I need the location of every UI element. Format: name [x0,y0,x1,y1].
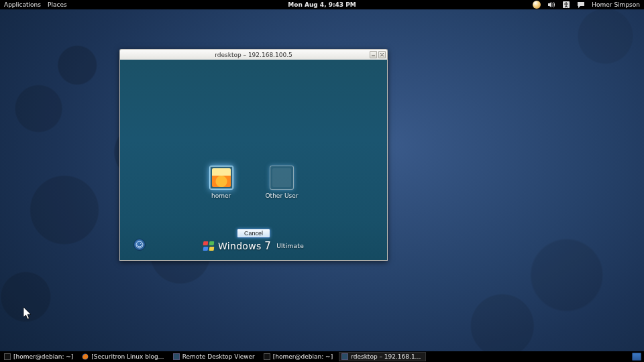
task-remote-viewer[interactable]: Remote Desktop Viewer [170,352,260,361]
user-tile-homer[interactable]: homer [209,166,233,199]
rdesktop-window: rdesktop – 192.168.100.5 homer Other Use… [119,49,388,261]
clock[interactable]: Mon Aug 4, 9:43 PM [288,1,356,8]
window-minimize-button[interactable] [370,51,377,58]
cancel-button[interactable]: Cancel [237,229,270,238]
rdesktop-icon [341,353,348,360]
task-terminal-2[interactable]: [homer@debian: ~] [261,352,337,361]
user-label: homer [211,192,231,199]
ease-of-access-button[interactable] [133,239,146,251]
task-label: Remote Desktop Viewer [182,353,255,360]
terminal-icon [264,353,270,360]
task-rdesktop[interactable]: rdesktop – 192.168.1… [339,352,425,361]
gnome-bottom-panel: [homer@debian: ~] [Securitron Linux blog… [0,351,644,362]
system-tray [632,353,644,361]
chat-status-icon[interactable] [577,1,585,9]
window-close-button[interactable] [378,51,386,58]
gnome-top-bar: Applications Places Mon Aug 4, 9:43 PM H… [0,0,644,9]
window-titlebar[interactable]: rdesktop – 192.168.100.5 [119,49,388,60]
task-browser[interactable]: [Securitron Linux blog… [79,352,168,361]
user-label: Other User [266,192,299,199]
windows-logo-icon [203,241,214,251]
volume-icon[interactable] [547,1,555,9]
menu-places[interactable]: Places [48,1,67,8]
remote-login-screen: homer Other User Cancel Windows 7 Ultima… [119,60,388,261]
avatar-placeholder-icon [272,168,291,187]
terminal-icon [4,353,11,360]
firefox-icon [82,353,89,360]
avatar-icon [212,168,231,187]
menu-applications[interactable]: Applications [4,1,41,8]
mouse-cursor-icon [23,307,33,323]
remote-viewer-icon [173,353,180,360]
task-terminal-1[interactable]: [homer@debian: ~] [1,352,78,361]
accessibility-icon[interactable] [562,1,570,9]
svg-point-1 [566,2,567,3]
task-label: rdesktop – 192.168.1… [351,353,421,360]
svg-line-4 [140,243,142,244]
windows-brand: Windows 7 Ultimate [203,240,304,252]
task-label: [Securitron Linux blog… [91,353,164,360]
user-tile-other[interactable]: Other User [266,166,299,199]
window-title: rdesktop – 192.168.100.5 [215,52,292,58]
weather-icon[interactable] [533,1,541,9]
task-label: [homer@debian: ~] [13,353,73,360]
user-menu[interactable]: Homer Simpson [592,1,640,8]
task-label: [homer@debian: ~] [273,353,333,360]
show-desktop-button[interactable] [632,353,641,361]
